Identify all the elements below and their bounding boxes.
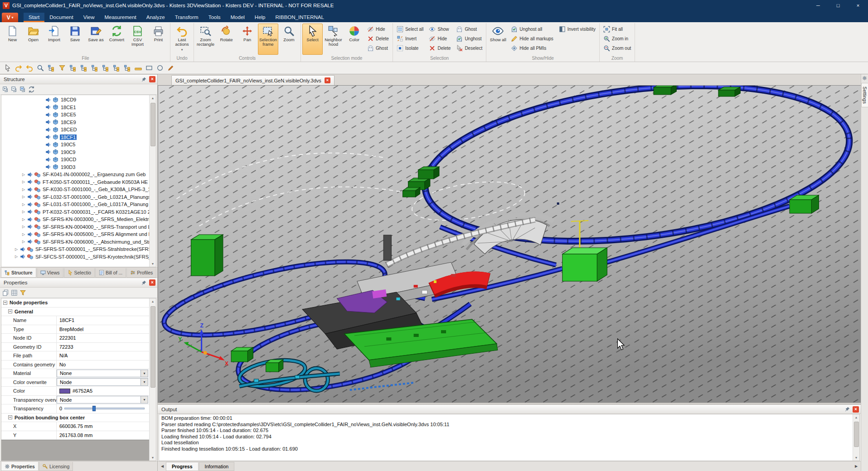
property-value[interactable]: 261763.08 mm: [57, 431, 149, 440]
quickbar-button[interactable]: [155, 63, 165, 73]
quickbar-button[interactable]: [133, 63, 143, 73]
expander-icon[interactable]: ▷: [21, 210, 26, 214]
ribbon-button[interactable]: Open: [23, 24, 44, 55]
tree-item[interactable]: 18CF1: [1, 134, 149, 141]
ribbon-small-button[interactable]: Hide: [365, 24, 391, 34]
quickbar-button[interactable]: [14, 63, 24, 73]
property-row[interactable]: Node properties: [1, 298, 149, 308]
ribbon-tab[interactable]: Start: [24, 13, 44, 22]
tree-item[interactable]: ▷ SF-SFRS-KN-0004000_-_SFRS-Transport un…: [1, 223, 149, 231]
tree-item[interactable]: 190C9: [1, 149, 149, 156]
expander-icon[interactable]: ▷: [21, 232, 26, 236]
collapse-toggle-icon[interactable]: [3, 301, 7, 305]
property-row[interactable]: Y 261763.08 mm: [1, 431, 149, 440]
property-row[interactable]: Type BrepModel: [1, 325, 149, 334]
ribbon-tab[interactable]: View: [78, 13, 100, 22]
property-value[interactable]: #6752A5: [57, 387, 149, 395]
ribbon-small-button[interactable]: Select all: [394, 24, 426, 34]
property-value[interactable]: 222301: [57, 334, 149, 342]
quickbar-button[interactable]: [122, 63, 132, 73]
expander-icon[interactable]: ▷: [21, 180, 26, 184]
property-row[interactable]: Transparency overwrite Node: [1, 396, 149, 405]
quickbar-button[interactable]: [101, 63, 111, 73]
document-tab[interactable]: GSI_completeCollider1_FAIR_noViews_inst.…: [171, 75, 335, 85]
ribbon-small-button[interactable]: Fit all: [601, 24, 633, 34]
ribbon-small-button[interactable]: Hide: [427, 34, 453, 43]
quickbar-button[interactable]: [166, 63, 176, 73]
quickbar-button[interactable]: [79, 63, 89, 73]
quickbar-button[interactable]: [144, 63, 154, 73]
ribbon-small-button[interactable]: Invert: [394, 34, 426, 43]
scroll-right-icon[interactable]: ▶: [853, 464, 860, 468]
3d-viewport[interactable]: X Y Z: [158, 86, 861, 403]
property-row[interactable]: Color overwrite Node: [1, 378, 149, 387]
ribbon-tab[interactable]: Tools: [204, 13, 226, 22]
output-tab[interactable]: Information: [199, 462, 235, 471]
close-button[interactable]: ×: [848, 0, 868, 11]
tree-item[interactable]: ▷ SF-SFCS-ST-0000001_-_SFRS-Kryotechnik(…: [1, 253, 149, 261]
ribbon-small-button[interactable]: Ghost: [365, 43, 391, 53]
quickbar-button[interactable]: [3, 63, 13, 73]
property-row[interactable]: Transparency 0: [1, 404, 149, 413]
expander-icon[interactable]: ▷: [21, 202, 26, 207]
ribbon-button[interactable]: Save as: [86, 24, 106, 55]
property-value[interactable]: No: [57, 360, 149, 369]
ribbon-tab[interactable]: Model: [226, 13, 250, 22]
scrollbar-thumb[interactable]: [150, 306, 155, 388]
properties-scrollbar[interactable]: ▲ ▼: [149, 298, 156, 461]
ribbon-small-button[interactable]: Show: [427, 24, 453, 34]
panel-tab[interactable]: Bill of ...: [95, 268, 126, 278]
pin-icon[interactable]: [141, 280, 147, 286]
pin-icon[interactable]: [844, 406, 850, 412]
tree-item[interactable]: ▷ PT-K032-ST-0000031_-_FCAR5 K0321AGE10 …: [1, 208, 149, 216]
expander-icon[interactable]: ▷: [14, 255, 19, 259]
ribbon-small-button[interactable]: Isolate: [394, 43, 426, 53]
close-icon[interactable]: ×: [149, 76, 155, 82]
3d-scene[interactable]: X Y Z: [158, 86, 861, 403]
property-row[interactable]: Geometry ID 72233: [1, 343, 149, 352]
expander-icon[interactable]: ▷: [21, 187, 26, 192]
ribbon-button[interactable]: Select: [302, 24, 323, 55]
collapse-toggle-icon[interactable]: [8, 309, 12, 313]
quickbar-button[interactable]: [24, 63, 34, 73]
ribbon-button[interactable]: Save: [65, 24, 85, 55]
quickbar-button[interactable]: [35, 63, 45, 73]
expander-icon[interactable]: ▷: [21, 225, 26, 229]
ribbon-button[interactable]: CSV Import: [127, 24, 148, 55]
slider-thumb[interactable]: [92, 406, 96, 411]
pin-icon[interactable]: [141, 77, 147, 82]
tree-item[interactable]: 190D3: [1, 163, 149, 171]
ribbon-button[interactable]: Neighbor hood: [323, 24, 344, 55]
sync-icon[interactable]: [28, 86, 35, 93]
panel-tab[interactable]: Structure: [1, 268, 36, 278]
property-value[interactable]: 72233: [57, 343, 149, 351]
ribbon-small-button[interactable]: Delete: [427, 43, 453, 53]
ribbon-small-button[interactable]: Zoom in: [601, 34, 633, 43]
transparency-slider[interactable]: [64, 408, 145, 409]
filter-icon[interactable]: [19, 289, 26, 296]
ribbon-small-button[interactable]: Hide all PMIs: [509, 43, 555, 53]
property-row[interactable]: X 660036.75 mm: [1, 422, 149, 431]
scroll-left-icon[interactable]: ◀: [159, 464, 166, 468]
close-icon[interactable]: ×: [149, 279, 155, 286]
property-row[interactable]: File path N/A: [1, 351, 149, 360]
tree-item[interactable]: 18CE9: [1, 119, 149, 126]
property-row[interactable]: Color #6752A5: [1, 387, 149, 396]
ribbon-small-button[interactable]: Zoom out: [601, 43, 633, 53]
copy-icon[interactable]: [2, 289, 9, 296]
property-row[interactable]: Node ID 222301: [1, 334, 149, 343]
tree-item[interactable]: 18CE1: [1, 104, 149, 111]
property-value[interactable]: 660036.75 mm: [57, 422, 149, 431]
tree-item[interactable]: ▷ SF-SFRS-KN-0003000_-_SFRS_Medien_Elekt…: [1, 216, 149, 223]
ribbon-small-button[interactable]: Unghost all: [509, 24, 555, 34]
expander-icon[interactable]: ▷: [21, 173, 26, 177]
output-scrollbar[interactable]: ▲ ▼: [853, 414, 859, 461]
quickbar-button[interactable]: [112, 63, 121, 73]
tree-item[interactable]: 18CE5: [1, 111, 149, 119]
ribbon-tab[interactable]: Document: [44, 13, 78, 22]
settings-tab[interactable]: Settings: [861, 83, 868, 107]
ribbon-button[interactable]: Selection frame: [258, 24, 278, 55]
scrollbar-thumb[interactable]: [854, 422, 859, 447]
property-value[interactable]: 18CF1: [57, 316, 149, 325]
tree-item[interactable]: 190CD: [1, 156, 149, 163]
